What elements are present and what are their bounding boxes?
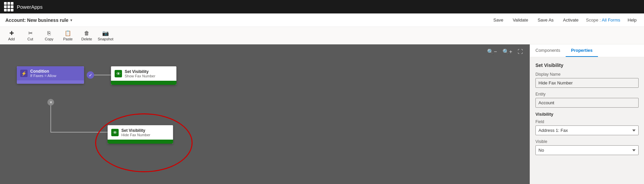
cut-button[interactable]: ✂ Cut xyxy=(22,28,39,43)
right-panel: Components Properties Set Visibility Dis… xyxy=(530,44,644,184)
connector-h1 xyxy=(94,75,113,75)
sv-hide-icon: 👁 xyxy=(111,129,119,136)
save-button[interactable]: Save xyxy=(491,16,506,24)
scope-label: Scope : All Forms xyxy=(586,17,620,23)
connector-h2 xyxy=(50,132,111,133)
activate-button[interactable]: Activate xyxy=(561,16,580,24)
cut-icon: ✂ xyxy=(28,30,33,36)
delete-button[interactable]: 🗑 Delete xyxy=(78,28,95,43)
save-as-button[interactable]: Save As xyxy=(535,16,556,24)
title-bar: Account: New business rule ▾ Save Valida… xyxy=(0,13,644,27)
entity-label: Entity xyxy=(535,92,639,97)
connector-v1 xyxy=(50,106,51,133)
x-bubble: ✕ xyxy=(47,99,54,106)
help-button[interactable]: Help xyxy=(626,16,639,24)
copy-button[interactable]: ⎘ Copy xyxy=(40,28,58,43)
top-bar: PowerApps xyxy=(0,0,644,13)
tab-properties[interactable]: Properties xyxy=(566,44,598,57)
validate-button[interactable]: Validate xyxy=(511,16,530,24)
zoom-out-button[interactable]: 🔍− xyxy=(486,48,498,56)
paste-icon: 📋 xyxy=(65,30,71,36)
panel-tabs: Components Properties xyxy=(530,44,644,57)
fit-button[interactable]: ⛶ xyxy=(516,48,524,56)
tab-components[interactable]: Components xyxy=(530,44,566,57)
condition-node[interactable]: ⚡ Condition If Faxes = Allow xyxy=(17,66,84,84)
waffle-icon[interactable] xyxy=(4,2,13,11)
toolbar: ✚ Add ✂ Cut ⎘ Copy 📋 Paste 🗑 Delete 📷 Sn… xyxy=(0,27,644,44)
condition-icon: ⚡ xyxy=(20,70,28,77)
copy-icon: ⎘ xyxy=(47,30,51,36)
canvas-controls: 🔍− 🔍+ ⛶ xyxy=(486,48,524,56)
sv-show-icon: 👁 xyxy=(115,70,122,77)
title-dropdown-icon[interactable]: ▾ xyxy=(70,18,72,23)
set-visibility-show-node[interactable]: 👁 Set Visibility Show Fax Number xyxy=(111,66,176,85)
zoom-in-button[interactable]: 🔍+ xyxy=(501,48,514,56)
visibility-section-label: Visibility xyxy=(535,112,639,117)
set-visibility-hide-node[interactable]: 👁 Set Visibility Hide Fax Number xyxy=(108,125,173,144)
field-select[interactable]: Address 1: Fax xyxy=(535,125,639,135)
add-button[interactable]: ✚ Add xyxy=(3,28,20,43)
properties-section-title: Set Visibility xyxy=(535,63,639,68)
add-icon: ✚ xyxy=(9,30,14,36)
snapshot-button[interactable]: 📷 Snapshot xyxy=(97,28,114,43)
page-title: Account: New business rule xyxy=(5,17,68,23)
snapshot-icon: 📷 xyxy=(102,30,109,36)
delete-icon: 🗑 xyxy=(84,30,89,36)
app-title: PowerApps xyxy=(17,4,43,10)
panel-content: Set Visibility Display Name Entity Visib… xyxy=(530,57,644,184)
visible-select[interactable]: No xyxy=(535,145,639,155)
display-name-label: Display Name xyxy=(535,72,639,77)
title-left: Account: New business rule ▾ xyxy=(5,17,72,23)
checkmark-bubble: ✓ xyxy=(87,71,94,79)
field-label: Field xyxy=(535,119,639,124)
paste-button[interactable]: 📋 Paste xyxy=(59,28,77,43)
canvas[interactable]: 🔍− 🔍+ ⛶ ⚡ Condition If Faxes = Allow ✓ xyxy=(0,44,530,184)
title-actions: Save Validate Save As Activate Scope : A… xyxy=(491,16,639,24)
visible-label: Visible xyxy=(535,139,639,144)
main-layout: 🔍− 🔍+ ⛶ ⚡ Condition If Faxes = Allow ✓ xyxy=(0,44,644,184)
display-name-input[interactable] xyxy=(535,78,639,88)
entity-input xyxy=(535,98,639,108)
